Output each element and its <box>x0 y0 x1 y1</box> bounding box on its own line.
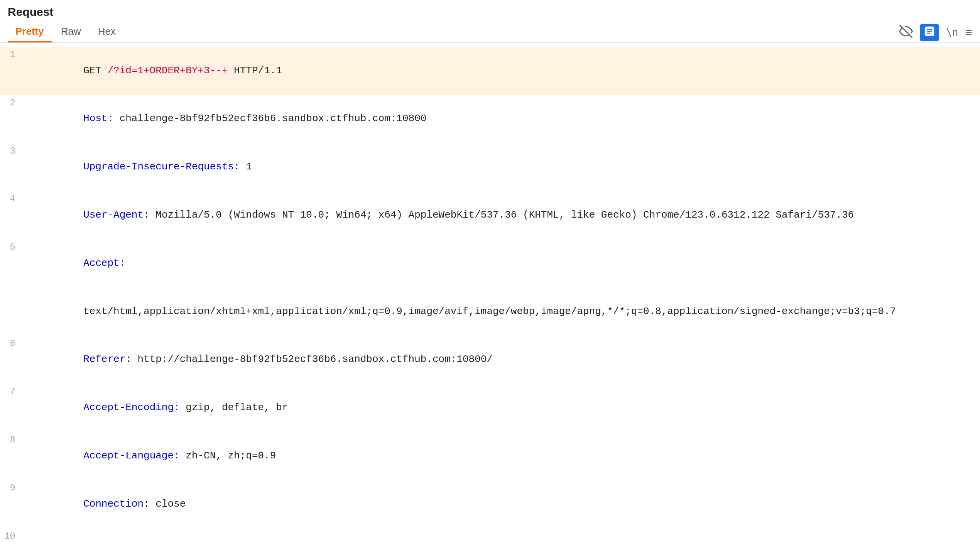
request-toolbar: \n ≡ <box>899 24 972 41</box>
request-title: Request <box>0 0 980 21</box>
code-line-6: 6 Referer: http://challenge-8bf92fb52ecf… <box>0 336 980 384</box>
code-line-2: 2 Host: challenge-8bf92fb52ecf36b6.sandb… <box>0 95 980 143</box>
code-line-8: 8 Accept-Language: zh-CN, zh;q=0.9 <box>0 432 980 480</box>
code-line-1: 1 GET /?id=1+ORDER+BY+3--+ HTTP/1.1 <box>0 47 980 95</box>
request-tabs-row: Pretty Raw Hex <box>0 21 980 43</box>
code-line-9: 9 Connection: close <box>0 480 980 528</box>
code-line-11: 11 <box>0 544 980 546</box>
code-line-5: 5 Accept: <box>0 239 980 287</box>
menu-icon[interactable]: ≡ <box>965 25 972 40</box>
tab-hex-request[interactable]: Hex <box>90 22 123 42</box>
request-section: Request Pretty Raw Hex <box>0 0 980 546</box>
tab-raw-request[interactable]: Raw <box>53 22 89 42</box>
code-line-10: 10 <box>0 528 980 544</box>
newline-icon[interactable]: \n <box>946 27 958 38</box>
eye-strikethrough-icon[interactable] <box>899 24 913 41</box>
code-line-5-cont: text/html,application/xhtml+xml,applicat… <box>0 287 980 336</box>
request-code-area: 1 GET /?id=1+ORDER+BY+3--+ HTTP/1.1 2 Ho… <box>0 43 980 546</box>
doc-icon[interactable] <box>920 24 939 41</box>
tab-pretty-request[interactable]: Pretty <box>8 22 52 42</box>
code-line-7: 7 Accept-Encoding: gzip, deflate, br <box>0 384 980 432</box>
code-line-4: 4 User-Agent: Mozilla/5.0 (Windows NT 10… <box>0 191 980 239</box>
code-line-3: 3 Upgrade-Insecure-Requests: 1 <box>0 143 980 191</box>
